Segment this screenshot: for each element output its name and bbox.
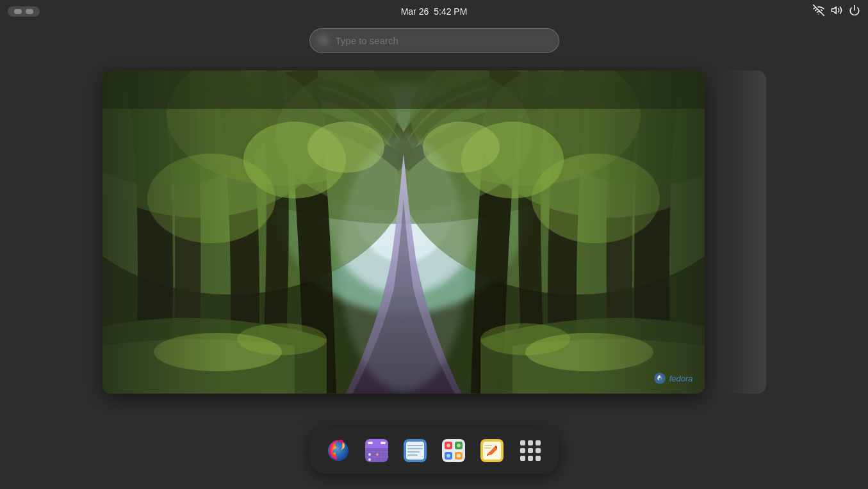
dock-firefox[interactable] (322, 434, 355, 467)
svg-rect-45 (381, 442, 386, 444)
wallpaper-svg (102, 70, 705, 394)
svg-point-59 (446, 454, 450, 458)
window-dot (14, 9, 22, 14)
grid-dot-1 (520, 440, 525, 445)
svg-rect-31 (102, 70, 705, 109)
app-grid-dots (520, 440, 541, 461)
workspaces-container: fedora (0, 70, 868, 394)
window-controls (8, 6, 40, 17)
dock-appgrid[interactable] (514, 434, 547, 467)
grid-dot-8 (528, 456, 533, 461)
svg-point-58 (457, 444, 461, 447)
svg-point-60 (457, 454, 461, 458)
topbar: Mar 26 5:42 PM (0, 0, 868, 23)
network-icon[interactable] (813, 4, 824, 19)
grid-dot-4 (520, 448, 525, 453)
search-input[interactable] (309, 28, 559, 53)
second-workspace[interactable] (715, 70, 766, 394)
svg-point-43 (376, 453, 379, 456)
svg-rect-30 (577, 70, 705, 394)
svg-rect-44 (368, 442, 373, 444)
svg-point-57 (446, 444, 450, 447)
dock-software[interactable] (437, 434, 470, 467)
volume-icon[interactable] (831, 4, 842, 19)
system-tray (813, 4, 860, 19)
grid-dot-6 (536, 448, 541, 453)
svg-rect-36 (365, 445, 388, 448)
clock: Mar 26 5:42 PM (401, 6, 468, 17)
dock-notes[interactable] (398, 434, 432, 467)
svg-point-42 (368, 458, 371, 461)
grid-dot-5 (528, 448, 533, 453)
svg-point-28 (340, 134, 468, 390)
svg-point-27 (480, 323, 570, 355)
grid-dot-9 (536, 456, 541, 461)
fedora-watermark: fedora (653, 372, 693, 385)
svg-rect-29 (102, 70, 231, 394)
dock (310, 428, 559, 474)
search-container (309, 28, 559, 53)
grid-dot-7 (520, 456, 525, 461)
svg-rect-47 (406, 442, 424, 460)
main-workspace[interactable]: fedora (102, 70, 705, 394)
dock-planner[interactable] (360, 434, 393, 467)
date-label: Mar 26 (401, 6, 429, 17)
grid-dot-3 (536, 440, 541, 445)
time-label: 5:42 PM (434, 6, 467, 17)
svg-point-25 (237, 323, 327, 355)
svg-point-41 (368, 453, 371, 456)
power-icon[interactable] (849, 4, 860, 19)
fedora-label: fedora (669, 374, 693, 383)
svg-marker-0 (832, 7, 837, 14)
grid-dot-2 (528, 440, 533, 445)
dock-journal[interactable] (475, 434, 509, 467)
window-dot-2 (26, 9, 33, 14)
